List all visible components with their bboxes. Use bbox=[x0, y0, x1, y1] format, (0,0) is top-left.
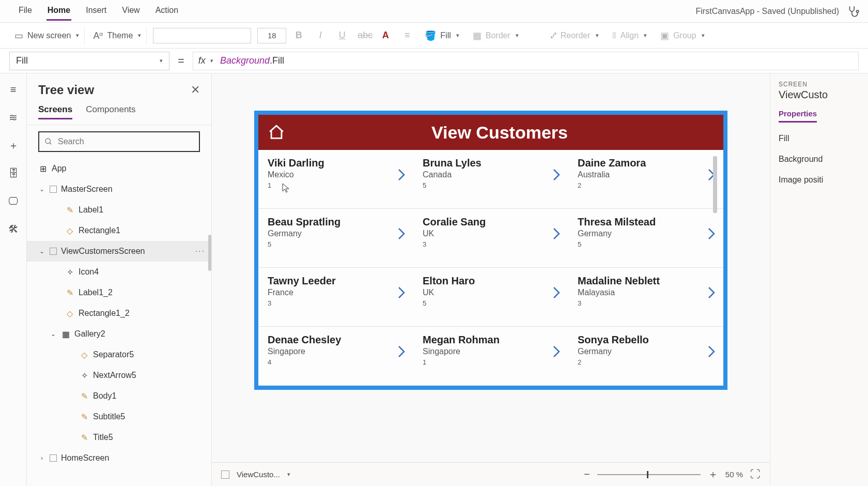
customer-country: Malayasia bbox=[578, 288, 714, 297]
italic-button[interactable]: I bbox=[311, 28, 330, 43]
border-button[interactable]: ▦ Border ▾ bbox=[468, 27, 524, 44]
gallery-cell[interactable]: Elton HaroUK5 bbox=[413, 268, 568, 327]
tree-view-icon[interactable]: ≋ bbox=[6, 110, 21, 125]
font-color-button[interactable]: A bbox=[376, 28, 395, 43]
tree-separator5[interactable]: ◇Separator5 bbox=[27, 344, 211, 365]
tree-viewcustomers[interactable]: ⌄ViewCustomersScreen··· bbox=[27, 241, 211, 262]
menu-file[interactable]: File bbox=[18, 2, 33, 21]
status-selected[interactable]: ViewCusto... ▾ bbox=[237, 470, 290, 479]
customer-country: Australia bbox=[578, 170, 714, 179]
prop-fill[interactable]: Fill bbox=[779, 134, 868, 143]
gallery-cell[interactable]: Bruna LylesCanada5 bbox=[413, 150, 568, 209]
gallery-cell[interactable]: Madaline NeblettMalayasia3 bbox=[568, 268, 723, 327]
search-input[interactable] bbox=[38, 131, 200, 152]
tab-properties[interactable]: Properties bbox=[779, 109, 817, 123]
tree-label12[interactable]: ✎Label1_2 bbox=[27, 282, 211, 303]
zoom-slider[interactable] bbox=[597, 474, 701, 475]
new-screen-button[interactable]: ▭ New screen ▾ bbox=[9, 27, 85, 44]
gallery-cell[interactable]: Viki DarlingMexico1 bbox=[258, 150, 413, 209]
ribbon: ▭ New screen ▾ Aᵅ Theme ▾ B I U abc A ≡ … bbox=[0, 23, 868, 49]
gallery-cell[interactable]: Megan RohmanSingapore1 bbox=[413, 327, 568, 386]
bold-button[interactable]: B bbox=[289, 28, 308, 43]
tree-icon4[interactable]: ✧Icon4 bbox=[27, 262, 211, 282]
chevron-right-icon[interactable] bbox=[707, 344, 716, 359]
underline-button[interactable]: U bbox=[333, 28, 351, 43]
prop-image-position[interactable]: Image positi bbox=[779, 175, 868, 185]
rectangle-icon: ◇ bbox=[65, 309, 74, 318]
font-family-select[interactable] bbox=[153, 28, 251, 43]
label-icon: ✎ bbox=[80, 391, 89, 401]
menu-view[interactable]: View bbox=[121, 2, 141, 21]
data-icon[interactable]: 🗄 bbox=[6, 165, 21, 181]
tree-masterscreen[interactable]: ⌄MasterScreen bbox=[27, 179, 211, 200]
gallery-cell[interactable]: Beau SpratlingGermany5 bbox=[258, 209, 413, 268]
zoom-in-button[interactable]: ＋ bbox=[708, 467, 718, 481]
align-button[interactable]: ⫴ Align ▾ bbox=[607, 27, 653, 44]
formula-input[interactable]: fx▾ Background.Fill bbox=[193, 52, 859, 70]
tree-homescreen[interactable]: ›HomeScreen bbox=[27, 448, 211, 468]
status-checkbox[interactable] bbox=[221, 470, 229, 479]
close-icon[interactable]: ✕ bbox=[191, 83, 200, 97]
chevron-right-icon[interactable] bbox=[707, 285, 716, 300]
tree-gallery2[interactable]: ⌄▦Gallery2 bbox=[27, 324, 211, 344]
gallery-cell[interactable]: Daine ZamoraAustralia2 bbox=[568, 150, 723, 209]
chevron-right-icon[interactable] bbox=[552, 285, 561, 300]
chevron-down-icon: ▾ bbox=[702, 32, 705, 39]
canvas-area[interactable]: View Customers Viki DarlingMexico1Bruna … bbox=[212, 73, 770, 462]
chevron-right-icon[interactable] bbox=[397, 168, 406, 182]
chevron-right-icon[interactable] bbox=[552, 344, 561, 359]
customer-name: Viki Darling bbox=[268, 157, 404, 169]
tree-subtitle5[interactable]: ✎Subtitle5 bbox=[27, 406, 211, 427]
theme-button[interactable]: Aᵅ Theme ▾ bbox=[88, 27, 147, 44]
tree-app[interactable]: ⊞App bbox=[27, 158, 211, 179]
gallery-cell[interactable]: Thresa MilsteadGermany5 bbox=[568, 209, 723, 268]
tree-title5[interactable]: ✎Title5 bbox=[27, 427, 211, 448]
fullscreen-icon[interactable]: ⛶ bbox=[750, 468, 761, 480]
group-button[interactable]: ▣ Group ▾ bbox=[655, 27, 709, 44]
chevron-right-icon[interactable] bbox=[397, 344, 406, 359]
tree-body1[interactable]: ✎Body1 bbox=[27, 386, 211, 406]
menu-home[interactable]: Home bbox=[47, 2, 71, 21]
gallery-cell[interactable]: Tawny LeederFrance3 bbox=[258, 268, 413, 327]
media-icon[interactable]: 🖵 bbox=[6, 193, 21, 209]
chevron-right-icon[interactable] bbox=[397, 285, 406, 300]
arrow-icon: ✧ bbox=[80, 371, 89, 380]
tools-icon[interactable]: 🛠 bbox=[6, 221, 21, 237]
app-checker-icon[interactable] bbox=[846, 5, 860, 18]
gallery-cell[interactable]: Coralie SangUK3 bbox=[413, 209, 568, 268]
tree-rectangle12[interactable]: ◇Rectangle1_2 bbox=[27, 303, 211, 324]
main: ≡ ≋ ＋ 🗄 🖵 🛠 Tree view ✕ Screens Componen… bbox=[0, 73, 868, 486]
gallery-cell[interactable]: Denae ChesleySingapore4 bbox=[258, 327, 413, 386]
reorder-button[interactable]: ⑇ Reorder ▾ bbox=[546, 27, 604, 44]
tree-nextarrow5[interactable]: ✧NextArrow5 bbox=[27, 365, 211, 386]
gallery[interactable]: Viki DarlingMexico1Bruna LylesCanada5Dai… bbox=[258, 150, 723, 386]
chevron-right-icon[interactable] bbox=[552, 226, 561, 241]
gallery-scrollbar[interactable] bbox=[713, 156, 717, 213]
add-icon[interactable]: ＋ bbox=[6, 138, 21, 153]
tree-rectangle1[interactable]: ◇Rectangle1 bbox=[27, 220, 211, 241]
property-select[interactable]: Fill ▾ bbox=[9, 52, 169, 70]
more-icon[interactable]: ··· bbox=[195, 247, 205, 256]
tree-label1[interactable]: ✎Label1 bbox=[27, 200, 211, 220]
strike-button[interactable]: abc bbox=[354, 28, 373, 43]
gallery-cell[interactable]: Sonya RebelloGermany2 bbox=[568, 327, 723, 386]
chevron-right-icon[interactable] bbox=[397, 226, 406, 241]
equals-sign: = bbox=[175, 54, 188, 68]
selected-screen[interactable]: View Customers Viki DarlingMexico1Bruna … bbox=[254, 111, 727, 390]
home-icon[interactable] bbox=[268, 124, 285, 141]
tree-scrollbar[interactable] bbox=[208, 235, 211, 271]
menu-action[interactable]: Action bbox=[154, 2, 179, 21]
label-icon: ✎ bbox=[80, 412, 89, 421]
tab-components[interactable]: Components bbox=[86, 101, 135, 119]
text-align-button[interactable]: ≡ bbox=[398, 28, 416, 43]
zoom-out-button[interactable]: − bbox=[584, 468, 590, 480]
fill-button[interactable]: 🪣 Fill ▾ bbox=[420, 27, 464, 44]
hamburger-icon[interactable]: ≡ bbox=[6, 82, 21, 97]
chevron-right-icon[interactable] bbox=[707, 226, 716, 241]
align-label: Align bbox=[621, 31, 639, 40]
chevron-right-icon[interactable] bbox=[552, 168, 561, 182]
menu-insert[interactable]: Insert bbox=[85, 2, 107, 21]
prop-background[interactable]: Background bbox=[779, 155, 868, 164]
font-size-input[interactable] bbox=[257, 28, 286, 43]
tab-screens[interactable]: Screens bbox=[38, 101, 72, 119]
